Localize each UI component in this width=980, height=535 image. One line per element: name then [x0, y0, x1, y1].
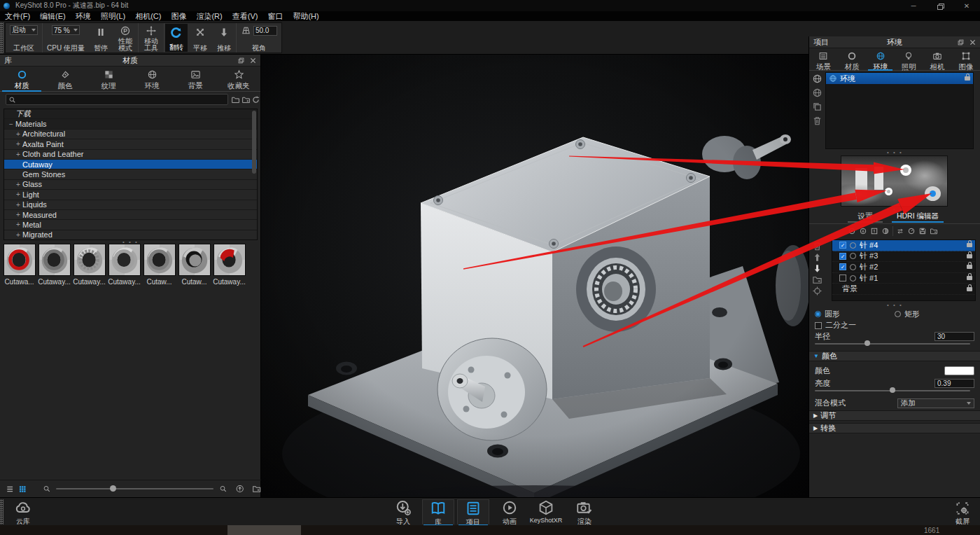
material-thumb[interactable]: Cutaway... [38, 244, 71, 293]
workspace-button[interactable]: 启动 工作区 [6, 23, 42, 53]
library-toggle-button[interactable]: 库 [422, 499, 454, 524]
environment-item[interactable]: 环境 [826, 73, 973, 84]
close-panel-icon[interactable] [969, 39, 976, 46]
tree-item-materials[interactable]: −Materials [4, 119, 257, 128]
tab-environment[interactable]: 环境 [866, 48, 895, 70]
menu-image[interactable]: 图像 [166, 11, 191, 21]
zoom-out-icon[interactable] [43, 485, 50, 493]
tree-scrollbar[interactable] [252, 111, 256, 174]
menu-lighting[interactable]: 照明(L) [96, 11, 130, 21]
swap-icon[interactable] [896, 227, 904, 235]
animation-button[interactable]: 动画 [493, 499, 526, 524]
tree-item-metal[interactable]: +Metal [4, 220, 257, 229]
project-toggle-button[interactable]: 项目 [457, 499, 489, 524]
adjust-section-header[interactable]: ▶ 调节 [809, 410, 980, 421]
tab-scene[interactable]: 场景 [809, 48, 838, 70]
tab-textures[interactable]: 纹理 [87, 67, 130, 91]
menu-view[interactable]: 查看(V) [227, 11, 263, 21]
delete-icon[interactable] [812, 116, 822, 126]
material-thumb[interactable]: Cutaway... [108, 244, 141, 293]
tab-material[interactable]: 材质 [838, 48, 867, 70]
menu-environment[interactable]: 环境 [71, 11, 96, 21]
upload-icon[interactable] [235, 484, 244, 494]
lock-icon[interactable] [965, 76, 970, 81]
cpu-usage-control[interactable]: 75 % CPU 使用量 [43, 23, 89, 53]
grid-view-icon[interactable] [18, 485, 27, 494]
import-button[interactable]: 导入 [387, 499, 419, 524]
pin-sol-radio[interactable] [850, 253, 856, 259]
float-panel-icon[interactable] [957, 39, 965, 46]
tumble-button[interactable]: 翻转 [164, 23, 188, 53]
menu-window[interactable]: 窗口 [262, 11, 288, 21]
minimize-button[interactable]: ─ [900, 0, 927, 11]
pin-visible-checkbox[interactable]: ✓ [839, 263, 846, 270]
tab-materials[interactable]: 材质 [0, 67, 43, 91]
cpu-usage-dropdown[interactable]: 75 % [52, 25, 80, 35]
performance-mode-button[interactable]: 性能模式 [113, 23, 138, 53]
tree-item-cloth-and-leather[interactable]: +Cloth and Leather [4, 150, 257, 159]
transform-section-header[interactable]: ▶ 转换 [809, 423, 980, 433]
folder-add-icon[interactable] [241, 95, 251, 104]
splitter[interactable]: • • • [809, 207, 980, 211]
slider-handle[interactable] [110, 485, 116, 492]
pin-from-view-icon[interactable] [859, 227, 867, 235]
hdri-pin-4[interactable] [900, 165, 911, 176]
half-checkbox[interactable] [815, 322, 822, 329]
pin-visible-checkbox[interactable] [839, 275, 846, 282]
fov-input[interactable] [253, 26, 277, 36]
refresh-icon[interactable] [251, 95, 260, 104]
pin-item-4[interactable]: ✓ 针 #4 [832, 240, 975, 251]
float-panel-icon[interactable] [237, 57, 245, 64]
pin-visible-checkbox[interactable]: ✓ [839, 242, 846, 249]
image-pin-icon[interactable] [870, 227, 878, 235]
tab-favorites[interactable]: 收藏夹 [217, 67, 260, 91]
zoom-in-icon[interactable] [219, 485, 227, 493]
tab-backplates[interactable]: 背景 [174, 67, 217, 91]
material-thumb[interactable]: Cutaway... [213, 244, 246, 293]
workspace-dropdown[interactable]: 启动 [10, 25, 38, 35]
blend-mode-dropdown[interactable]: 添加 [897, 398, 974, 408]
add-pin-icon[interactable] [848, 227, 856, 235]
tab-image[interactable]: 图像 [951, 48, 980, 70]
pin-sol-radio[interactable] [850, 242, 856, 249]
tree-item-cutaway[interactable]: Cutaway [4, 160, 257, 169]
tab-settings[interactable]: 设置 [848, 211, 883, 223]
tree-item-axalta-paint[interactable]: +Axalta Paint [4, 139, 257, 148]
add-environment-icon[interactable] [812, 74, 822, 84]
tree-item-gem-stones[interactable]: Gem Stones [4, 169, 257, 179]
tab-camera[interactable]: 相机 [923, 48, 952, 70]
lock-icon[interactable] [967, 265, 972, 269]
material-thumb[interactable]: Cutaw... [178, 244, 211, 293]
slider-handle[interactable] [890, 387, 895, 393]
tab-hdri-editor[interactable]: HDRI 编辑器 [892, 211, 944, 223]
cloud-library-button[interactable]: 云库 [7, 499, 39, 524]
tree-item-liquids[interactable]: +Liquids [4, 200, 257, 209]
material-thumb[interactable]: Cutaway... [73, 244, 106, 293]
tree-item-downloads[interactable]: 下载 [4, 109, 257, 118]
menu-camera[interactable]: 相机(C) [130, 11, 166, 21]
toolbar-drag-handle[interactable] [0, 499, 4, 524]
screenshot-button[interactable]: 截屏 [946, 499, 979, 524]
rect-radio[interactable] [895, 311, 901, 317]
brightness-input[interactable] [934, 379, 974, 388]
menu-file[interactable]: 文件(F) [0, 11, 35, 21]
folder-import-icon[interactable] [231, 95, 240, 104]
pin-visible-checkbox[interactable]: ✓ [839, 253, 846, 260]
tab-environments[interactable]: 环境 [130, 67, 174, 91]
lock-icon[interactable] [967, 254, 972, 258]
tab-colors[interactable]: 颜色 [43, 67, 87, 91]
menu-render[interactable]: 渲染(R) [191, 11, 227, 21]
lock-icon[interactable] [967, 287, 972, 291]
move-up-icon[interactable] [812, 252, 822, 263]
background-item[interactable]: 背景 [832, 284, 975, 295]
folder-add-icon[interactable] [812, 275, 822, 285]
splitter[interactable]: • • • [809, 303, 980, 307]
tree-item-glass[interactable]: +Glass [4, 180, 257, 189]
target-icon[interactable] [812, 286, 822, 296]
lock-icon[interactable] [967, 276, 972, 280]
pin-sol-radio[interactable] [850, 275, 856, 282]
tree-item-light[interactable]: +Light [4, 190, 257, 199]
pin-sol-radio[interactable] [850, 264, 856, 270]
pan-button[interactable]: 平移 [188, 23, 212, 53]
brightness-slider[interactable] [815, 390, 970, 391]
